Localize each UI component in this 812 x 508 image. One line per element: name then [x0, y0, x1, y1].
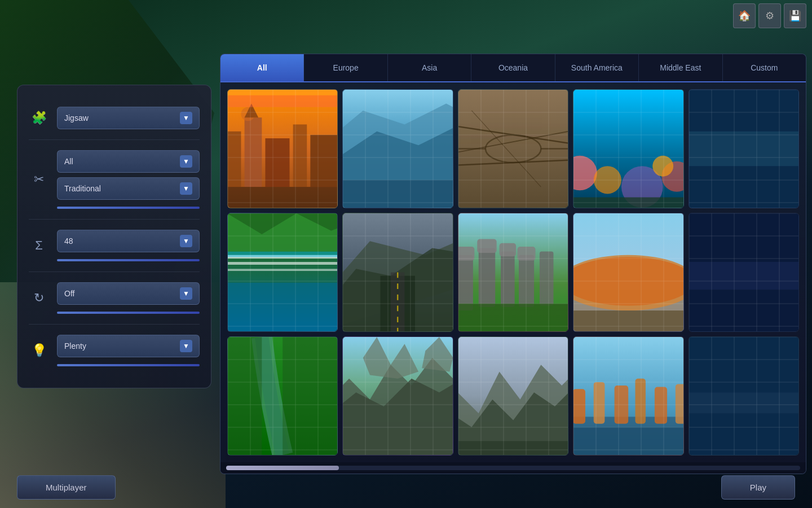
svg-rect-61: [573, 310, 683, 331]
rotation-row: ↻ Off ▼: [29, 272, 200, 325]
svg-rect-1: [228, 132, 241, 187]
home-button[interactable]: 🏠: [733, 3, 756, 28]
svg-rect-66: [283, 337, 337, 455]
piece-count-slider[interactable]: [57, 259, 200, 261]
puzzle-tile-13[interactable]: [458, 336, 568, 456]
puzzle-type-value: Jigsaw: [64, 113, 89, 122]
scroll-track[interactable]: [226, 466, 800, 470]
puzzle-tile-14[interactable]: [573, 336, 683, 456]
cut-style-slider[interactable]: [57, 207, 200, 209]
svg-rect-52: [499, 243, 516, 256]
bottom-bar: Multiplayer Play: [17, 475, 795, 500]
rotation-slider[interactable]: [57, 312, 200, 314]
svg-point-60: [573, 257, 683, 305]
svg-rect-34: [228, 262, 337, 265]
puzzle-tile-5[interactable]: [689, 89, 799, 208]
svg-rect-63: [689, 262, 798, 290]
puzzle-tile-7[interactable]: [342, 213, 453, 332]
puzzle-tile-4[interactable]: [573, 89, 683, 208]
puzzle-tile-8[interactable]: [458, 213, 568, 332]
svg-rect-49: [479, 248, 496, 307]
svg-rect-14: [343, 180, 452, 208]
svg-rect-79: [594, 382, 605, 424]
tab-south-america[interactable]: South America: [555, 54, 639, 81]
svg-rect-3: [265, 138, 289, 187]
hints-controls: Plenty ▼: [57, 335, 200, 366]
puzzle-tile-15[interactable]: [689, 336, 799, 456]
svg-rect-4: [293, 124, 307, 187]
svg-rect-54: [517, 247, 535, 261]
svg-rect-75: [458, 441, 568, 455]
cut-style-dropdown[interactable]: Traditional ▼: [57, 177, 200, 200]
top-bar: 🏠 ⚙ 💾: [733, 0, 812, 31]
tab-europe[interactable]: Europe: [304, 54, 387, 81]
tab-bar: All Europe Asia Oceania South America Mi…: [220, 54, 806, 82]
hints-slider[interactable]: [57, 364, 200, 366]
svg-rect-80: [615, 386, 629, 424]
cut-style-arrow: ▼: [180, 182, 192, 195]
hints-icon: 💡: [29, 340, 49, 361]
puzzle-tile-9[interactable]: [573, 213, 683, 332]
settings-button[interactable]: ⚙: [758, 3, 781, 28]
hints-value: Plenty: [64, 341, 86, 351]
puzzle-tile-1[interactable]: [227, 89, 338, 208]
rotation-arrow: ▼: [180, 287, 192, 300]
svg-rect-86: [689, 392, 798, 413]
svg-point-28: [652, 156, 673, 177]
tab-custom[interactable]: Custom: [723, 54, 806, 81]
svg-rect-48: [458, 247, 474, 261]
svg-rect-56: [458, 304, 568, 331]
puzzle-tile-3[interactable]: [458, 89, 568, 208]
cut-style-controls: All ▼ Traditional ▼: [57, 150, 200, 209]
svg-rect-81: [636, 379, 646, 424]
sigma-icon: Σ: [29, 235, 49, 256]
svg-rect-8: [228, 187, 337, 208]
svg-rect-2: [245, 117, 262, 187]
puzzle-icon: 🧩: [29, 108, 49, 128]
cut-style-value: Traditional: [64, 184, 101, 193]
puzzle-tile-2[interactable]: [342, 89, 453, 208]
svg-rect-5: [310, 135, 337, 187]
piece-count-arrow: ▼: [180, 235, 192, 247]
svg-rect-35: [228, 269, 337, 271]
rotation-icon: ↻: [29, 288, 49, 308]
scroll-thumb[interactable]: [226, 466, 339, 470]
tab-asia[interactable]: Asia: [388, 54, 471, 81]
main-content-area: All Europe Asia Oceania South America Mi…: [220, 54, 806, 474]
puzzle-type-dropdown[interactable]: Jigsaw ▼: [57, 107, 200, 129]
piece-count-dropdown[interactable]: 48 ▼: [57, 230, 200, 252]
svg-rect-29: [573, 198, 683, 208]
tab-middle-east[interactable]: Middle East: [639, 54, 722, 81]
hints-dropdown[interactable]: Plenty ▼: [57, 335, 200, 357]
rotation-dropdown[interactable]: Off ▼: [57, 282, 200, 305]
multiplayer-button[interactable]: Multiplayer: [17, 475, 116, 500]
svg-rect-65: [228, 337, 262, 455]
svg-rect-47: [458, 255, 473, 310]
cut-all-dropdown[interactable]: All ▼: [57, 150, 200, 173]
svg-rect-53: [519, 255, 534, 307]
cut-style-row: ✂ All ▼ Traditional ▼: [29, 140, 200, 220]
save-button[interactable]: 💾: [784, 3, 806, 28]
svg-rect-83: [676, 384, 683, 424]
tab-all[interactable]: All: [220, 54, 304, 81]
cut-all-arrow: ▼: [180, 155, 192, 168]
tab-oceania[interactable]: Oceania: [471, 54, 555, 81]
svg-rect-55: [540, 252, 554, 306]
scroll-bar-area: [220, 462, 806, 474]
svg-rect-36: [228, 252, 337, 257]
puzzle-tile-11[interactable]: [227, 336, 338, 456]
puzzle-tile-10[interactable]: [689, 213, 799, 332]
puzzle-type-arrow: ▼: [180, 112, 192, 124]
svg-rect-44: [391, 273, 405, 332]
puzzle-tile-12[interactable]: [342, 336, 453, 456]
svg-rect-10: [228, 90, 337, 95]
cut-all-value: All: [64, 157, 73, 166]
puzzle-type-row: 🧩 Jigsaw ▼: [29, 97, 200, 140]
puzzle-tile-6[interactable]: [227, 213, 338, 332]
svg-rect-84: [573, 427, 683, 455]
svg-rect-82: [655, 387, 667, 424]
piece-count-value: 48: [64, 237, 73, 246]
rotation-value: Off: [64, 289, 74, 298]
scissors-icon: ✂: [29, 169, 49, 190]
play-button[interactable]: Play: [721, 475, 795, 500]
